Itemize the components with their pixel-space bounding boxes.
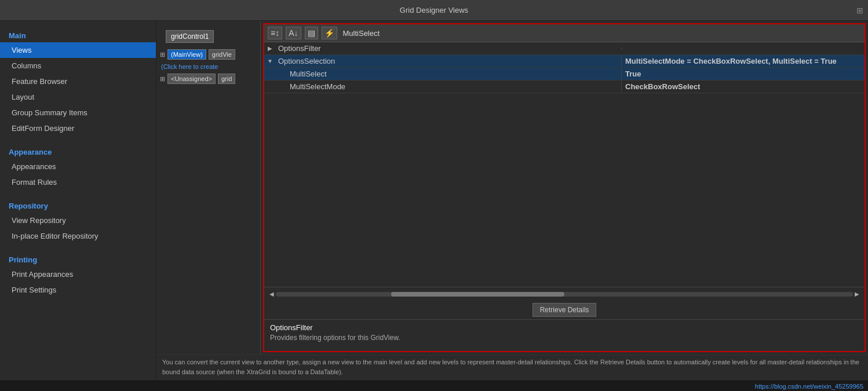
title-bar-icon: ⊞ (856, 6, 863, 15)
unassigned-grid-tag[interactable]: grid (218, 74, 235, 84)
sidebar-item-columns[interactable]: Columns (0, 58, 156, 74)
unassigned-tag[interactable]: <Unassigned> (167, 74, 216, 84)
unassigned-table-icon: ⊞ (160, 75, 165, 83)
prop-toolbar: ≡↕ A↓ ▤ ⚡ MultiSelect (264, 24, 865, 42)
grid-panel: gridControl1 ⊞ (MainView) gridVie (Click… (156, 21, 261, 355)
desc-title: OptionsFilter (270, 323, 859, 332)
sidebar-section-appearance: Appearance (0, 143, 156, 159)
prop-value-multi-select: True (621, 68, 865, 79)
main-layout: Main Views Columns Feature Browser Layou… (0, 21, 868, 381)
title-text: Grid Designer Views (400, 6, 468, 14)
grid-view-row-main: ⊞ (MainView) gridVie (156, 47, 260, 61)
horizontal-scroll[interactable]: ◀ ▶ (264, 287, 865, 301)
prop-row-multi-select[interactable]: MultiSelect True (264, 68, 865, 81)
expand-options-filter[interactable]: ▶ (264, 45, 276, 52)
divider-3 (0, 244, 156, 251)
designer-panel: gridControl1 ⊞ (MainView) gridVie (Click… (156, 21, 868, 355)
description-panel: OptionsFilter Provides filtering options… (264, 319, 865, 351)
prop-name-multi-select: MultiSelect (276, 68, 621, 79)
bottom-bar: You can convert the current view to anot… (156, 355, 868, 381)
title-bar: Grid Designer Views ⊞ (0, 0, 868, 21)
prop-name-options-filter: OptionsFilter (276, 43, 621, 54)
sort-category-btn[interactable]: ≡↕ (268, 27, 282, 39)
sort-alpha-btn[interactable]: A↓ (286, 27, 301, 39)
sidebar-item-editform[interactable]: EditForm Designer (0, 120, 156, 136)
prop-value-multi-select-mode: CheckBoxRowSelect (621, 81, 865, 92)
sidebar: Main Views Columns Feature Browser Layou… (0, 21, 156, 381)
sidebar-item-feature-browser[interactable]: Feature Browser (0, 74, 156, 89)
sidebar-item-format-rules[interactable]: Format Rules (0, 174, 156, 190)
divider-2 (0, 190, 156, 197)
scroll-thumb (391, 292, 564, 297)
scroll-track[interactable] (276, 292, 853, 297)
prop-toolbar-title: MultiSelect (343, 29, 380, 38)
sidebar-item-layout[interactable]: Layout (0, 89, 156, 105)
grid-table-icon: ⊞ (160, 51, 165, 59)
status-url: https://blog.csdn.net/weixin_45259965 (755, 383, 863, 390)
retrieve-details-button[interactable]: Retrieve Details (533, 303, 597, 317)
properties-panel: ≡↕ A↓ ▤ ⚡ MultiSelect ▶ OptionsFilter (263, 23, 866, 352)
sidebar-item-print-appearances[interactable]: Print Appearances (0, 266, 156, 282)
prop-value-options-selection: MultiSelectMode = CheckBoxRowSelect, Mul… (621, 56, 865, 67)
prop-value-options-filter (621, 47, 865, 50)
sidebar-item-view-repository[interactable]: View Repository (0, 213, 156, 228)
desc-text: Provides filtering options for this Grid… (270, 334, 859, 342)
prop-row-options-filter[interactable]: ▶ OptionsFilter (264, 42, 865, 55)
prop-row-multi-select-mode[interactable]: MultiSelectMode CheckBoxRowSelect (264, 81, 865, 93)
grid-view-tag[interactable]: gridVie (209, 49, 235, 60)
prop-name-options-selection: OptionsSelection (276, 56, 621, 67)
divider-1 (0, 136, 156, 143)
status-bar: https://blog.csdn.net/weixin_45259965 (0, 381, 868, 391)
content-area: gridControl1 ⊞ (MainView) gridVie (Click… (156, 21, 868, 381)
scroll-right-btn[interactable]: ▶ (853, 291, 861, 297)
sidebar-item-print-settings[interactable]: Print Settings (0, 282, 156, 298)
prop-table: ▶ OptionsFilter ▼ OptionsSelection Multi… (264, 42, 865, 287)
sidebar-section-repository: Repository (0, 197, 156, 213)
click-to-create-link[interactable]: (Click here to create (156, 61, 260, 72)
grid-unassigned-row: ⊞ <Unassigned> grid (156, 72, 260, 86)
prop-row-options-selection[interactable]: ▼ OptionsSelection MultiSelectMode = Che… (264, 55, 865, 68)
prop-name-multi-select-mode: MultiSelectMode (276, 81, 621, 92)
sidebar-section-main: Main (0, 27, 156, 42)
scroll-left-btn[interactable]: ◀ (268, 291, 276, 297)
view-btn[interactable]: ▤ (305, 27, 318, 39)
sidebar-item-appearances[interactable]: Appearances (0, 159, 156, 174)
action-btn[interactable]: ⚡ (322, 27, 337, 39)
sidebar-section-printing: Printing (0, 251, 156, 266)
grid-control-label: gridControl1 (166, 30, 214, 43)
bottom-text: You can convert the current view to anot… (162, 359, 859, 375)
sidebar-item-inplace-editor[interactable]: In-place Editor Repository (0, 228, 156, 244)
sidebar-item-views[interactable]: Views (0, 42, 156, 58)
main-view-tag[interactable]: (MainView) (167, 49, 206, 60)
sidebar-item-group-summary[interactable]: Group Summary Items (0, 105, 156, 120)
expand-options-selection[interactable]: ▼ (264, 58, 276, 64)
